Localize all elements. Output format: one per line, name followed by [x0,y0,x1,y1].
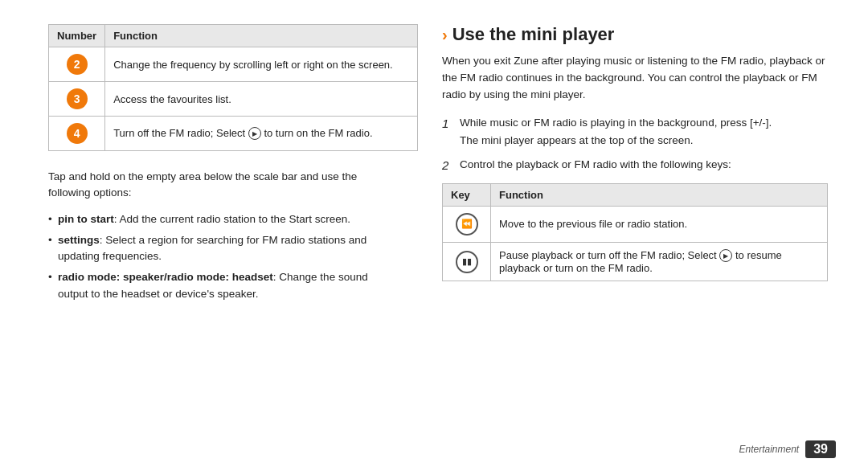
badge-4: 4 [67,123,88,144]
rest-settings: : Select a region for searching for FM r… [58,234,366,262]
step-1-sub: The mini player appears at the top of th… [460,133,772,149]
right-panel: › Use the mini player When you exit Zune… [418,0,868,471]
step-1: 1 While music or FM radio is playing in … [442,115,828,149]
step-2-content: Control the playback or FM radio with th… [460,157,731,175]
badge-3: 3 [67,88,88,109]
step-number-1: 1 [442,115,453,149]
rest-pin: : Add the current radio station to the S… [114,213,350,225]
bold-pin: pin to start [58,213,114,225]
table-row: ▮▮ Pause playback or turn off the FM rad… [443,242,828,281]
tap-section-text: Tap and hold on the empty area below the… [48,169,394,202]
function-col-header: Function [491,183,828,206]
section-title-text: Use the mini player [452,24,615,45]
function-cell-4: Turn off the FM radio; Select ▶ to turn … [105,117,418,151]
col-number: Number [49,25,105,47]
key-function-table: Key Function ⏪ Move to the previous file… [442,183,828,282]
bold-settings: settings [58,234,100,246]
intro-text: When you exit Zune after playing music o… [442,53,828,104]
step-number-2: 2 [442,157,453,175]
table-row: 2 Change the frequency by scrolling left… [49,47,418,82]
step-1-content: While music or FM radio is playing in th… [460,115,772,149]
left-panel: Number Function 2 Change the frequency b… [0,0,418,471]
number-function-table: Number Function 2 Change the frequency b… [48,24,418,151]
number-cell: 2 [49,47,105,82]
key-col-header: Key [443,183,491,206]
rewind-icon: ⏪ [456,213,478,236]
play-icon: ▶ [248,127,261,140]
bold-radio: radio mode: speaker/radio mode: headset [58,271,273,283]
footer: Entertainment 39 [739,440,836,458]
function-cell-rewind: Move to the previous file or radio stati… [491,206,828,242]
key-cell-pause: ▮▮ [443,242,491,281]
table-row: 3 Access the favourites list. [49,82,418,117]
table-row: ⏪ Move to the previous file or radio sta… [443,206,828,242]
badge-2: 2 [67,54,88,75]
step-2-main: Control the playback or FM radio with th… [460,158,731,170]
key-cell-rewind: ⏪ [443,206,491,242]
col-function: Function [105,25,418,47]
footer-page: 39 [805,440,836,458]
step-2: 2 Control the playback or FM radio with … [442,157,828,175]
footer-label: Entertainment [739,444,799,455]
function-cell-3: Access the favourites list. [105,82,418,117]
list-item: pin to start: Add the current radio stat… [48,211,394,227]
list-item: radio mode: speaker/radio mode: headset:… [48,269,394,302]
section-title: › Use the mini player [442,24,828,45]
function-cell-pause: Pause playback or turn off the FM radio;… [491,242,828,281]
chevron-icon: › [442,26,448,44]
number-cell: 4 [49,117,105,151]
function-cell-2: Change the frequency by scrolling left o… [105,47,418,82]
bullet-list: pin to start: Add the current radio stat… [48,211,394,302]
pause-icon: ▮▮ [456,251,478,273]
number-cell: 3 [49,82,105,117]
list-item: settings: Select a region for searching … [48,232,394,265]
play-icon-small: ▶ [719,249,732,262]
table-row: 4 Turn off the FM radio; Select ▶ to tur… [49,117,418,151]
step-1-main: While music or FM radio is playing in th… [460,117,772,129]
